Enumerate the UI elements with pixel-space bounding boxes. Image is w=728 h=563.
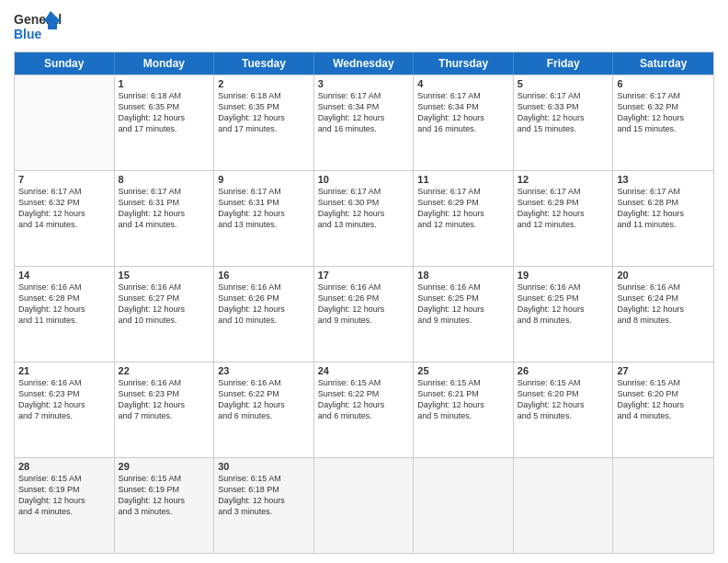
calendar-cell [414,458,514,553]
cell-info: Sunrise: 6:16 AMSunset: 6:25 PMDaylight:… [417,282,509,327]
calendar-cell: 8Sunrise: 6:17 AMSunset: 6:31 PMDaylight… [115,171,215,266]
calendar-cell: 19Sunrise: 6:16 AMSunset: 6:25 PMDayligh… [514,267,614,362]
cell-info: Sunrise: 6:18 AMSunset: 6:35 PMDaylight:… [218,90,310,135]
cell-date: 15 [119,270,210,281]
cell-date: 12 [518,174,609,185]
cell-date: 11 [417,174,509,185]
header: GeneralBlue [14,9,714,44]
day-header-saturday: Saturday [613,52,713,75]
cell-date: 21 [18,365,110,376]
calendar-cell: 2Sunrise: 6:18 AMSunset: 6:35 PMDaylight… [214,75,314,170]
calendar-cell [613,458,713,553]
cell-date: 10 [318,174,410,185]
calendar-cell: 10Sunrise: 6:17 AMSunset: 6:30 PMDayligh… [314,171,415,266]
cell-info: Sunrise: 6:16 AMSunset: 6:28 PMDaylight:… [18,282,110,327]
calendar-cell: 1Sunrise: 6:18 AMSunset: 6:35 PMDaylight… [115,75,215,170]
calendar-body: 1Sunrise: 6:18 AMSunset: 6:35 PMDaylight… [15,75,713,553]
day-header-sunday: Sunday [15,52,115,75]
cell-info: Sunrise: 6:15 AMSunset: 6:22 PMDaylight:… [318,377,410,422]
cell-info: Sunrise: 6:17 AMSunset: 6:29 PMDaylight:… [518,186,609,231]
calendar-cell [15,75,115,170]
day-header-friday: Friday [514,52,614,75]
calendar-cell: 17Sunrise: 6:16 AMSunset: 6:26 PMDayligh… [314,267,415,362]
calendar-cell: 25Sunrise: 6:15 AMSunset: 6:21 PMDayligh… [414,362,514,457]
cell-date: 29 [119,461,210,472]
cell-info: Sunrise: 6:15 AMSunset: 6:21 PMDaylight:… [417,377,509,422]
cell-info: Sunrise: 6:15 AMSunset: 6:19 PMDaylight:… [18,473,110,518]
day-headers: SundayMondayTuesdayWednesdayThursdayFrid… [15,52,713,75]
calendar-cell: 22Sunrise: 6:16 AMSunset: 6:23 PMDayligh… [115,362,215,457]
cell-info: Sunrise: 6:17 AMSunset: 6:29 PMDaylight:… [417,186,509,231]
cell-info: Sunrise: 6:16 AMSunset: 6:26 PMDaylight:… [218,282,310,327]
day-header-thursday: Thursday [414,52,514,75]
cell-date: 3 [318,78,410,89]
cell-info: Sunrise: 6:18 AMSunset: 6:35 PMDaylight:… [119,90,210,135]
calendar-cell: 27Sunrise: 6:15 AMSunset: 6:20 PMDayligh… [613,362,713,457]
cell-info: Sunrise: 6:16 AMSunset: 6:26 PMDaylight:… [318,282,410,327]
calendar-cell: 21Sunrise: 6:16 AMSunset: 6:23 PMDayligh… [15,362,115,457]
calendar-cell: 23Sunrise: 6:16 AMSunset: 6:22 PMDayligh… [214,362,314,457]
cell-info: Sunrise: 6:15 AMSunset: 6:19 PMDaylight:… [119,473,210,518]
calendar-cell: 7Sunrise: 6:17 AMSunset: 6:32 PMDaylight… [15,171,115,266]
calendar-row: 14Sunrise: 6:16 AMSunset: 6:28 PMDayligh… [15,266,713,362]
cell-date: 20 [617,270,710,281]
calendar-cell [514,458,614,553]
cell-info: Sunrise: 6:17 AMSunset: 6:32 PMDaylight:… [617,90,710,135]
cell-date: 16 [218,270,310,281]
cell-info: Sunrise: 6:15 AMSunset: 6:20 PMDaylight:… [518,377,609,422]
calendar-cell: 18Sunrise: 6:16 AMSunset: 6:25 PMDayligh… [414,267,514,362]
cell-info: Sunrise: 6:16 AMSunset: 6:22 PMDaylight:… [218,377,310,422]
cell-date: 22 [119,365,210,376]
cell-info: Sunrise: 6:17 AMSunset: 6:33 PMDaylight:… [518,90,609,135]
cell-date: 4 [417,78,509,89]
cell-date: 25 [417,365,509,376]
cell-date: 13 [617,174,710,185]
cell-date: 2 [218,78,310,89]
cell-date: 24 [318,365,410,376]
cell-info: Sunrise: 6:16 AMSunset: 6:27 PMDaylight:… [119,282,210,327]
cell-info: Sunrise: 6:15 AMSunset: 6:18 PMDaylight:… [218,473,310,518]
day-header-tuesday: Tuesday [214,52,314,75]
cell-date: 18 [417,270,509,281]
cell-info: Sunrise: 6:17 AMSunset: 6:31 PMDaylight:… [119,186,210,231]
calendar-cell: 3Sunrise: 6:17 AMSunset: 6:34 PMDaylight… [314,75,415,170]
calendar-cell: 9Sunrise: 6:17 AMSunset: 6:31 PMDaylight… [214,171,314,266]
cell-info: Sunrise: 6:15 AMSunset: 6:20 PMDaylight:… [617,377,710,422]
calendar-cell: 30Sunrise: 6:15 AMSunset: 6:18 PMDayligh… [214,458,314,553]
calendar-cell: 24Sunrise: 6:15 AMSunset: 6:22 PMDayligh… [314,362,415,457]
calendar-cell: 20Sunrise: 6:16 AMSunset: 6:24 PMDayligh… [613,267,713,362]
calendar-row: 7Sunrise: 6:17 AMSunset: 6:32 PMDaylight… [15,170,713,266]
cell-date: 6 [617,78,710,89]
calendar-row: 28Sunrise: 6:15 AMSunset: 6:19 PMDayligh… [15,457,713,553]
cell-date: 23 [218,365,310,376]
cell-info: Sunrise: 6:16 AMSunset: 6:25 PMDaylight:… [518,282,609,327]
cell-date: 14 [18,270,110,281]
calendar-cell: 5Sunrise: 6:17 AMSunset: 6:33 PMDaylight… [514,75,614,170]
calendar-cell: 4Sunrise: 6:17 AMSunset: 6:34 PMDaylight… [414,75,514,170]
cell-date: 9 [218,174,310,185]
cell-date: 28 [18,461,110,472]
cell-date: 17 [318,270,410,281]
calendar-cell: 16Sunrise: 6:16 AMSunset: 6:26 PMDayligh… [214,267,314,362]
cell-info: Sunrise: 6:17 AMSunset: 6:34 PMDaylight:… [318,90,410,135]
calendar-row: 1Sunrise: 6:18 AMSunset: 6:35 PMDaylight… [15,75,713,170]
calendar-cell: 28Sunrise: 6:15 AMSunset: 6:19 PMDayligh… [15,458,115,553]
day-header-monday: Monday [115,52,215,75]
cell-info: Sunrise: 6:17 AMSunset: 6:28 PMDaylight:… [617,186,710,231]
cell-info: Sunrise: 6:16 AMSunset: 6:24 PMDaylight:… [617,282,710,327]
svg-text:Blue: Blue [14,27,42,41]
calendar-cell: 15Sunrise: 6:16 AMSunset: 6:27 PMDayligh… [115,267,215,362]
logo: GeneralBlue [14,9,64,44]
cell-date: 7 [18,174,110,185]
cell-date: 8 [119,174,210,185]
calendar-row: 21Sunrise: 6:16 AMSunset: 6:23 PMDayligh… [15,362,713,457]
cell-info: Sunrise: 6:16 AMSunset: 6:23 PMDaylight:… [119,377,210,422]
cell-date: 27 [617,365,710,376]
cell-info: Sunrise: 6:16 AMSunset: 6:23 PMDaylight:… [18,377,110,422]
cell-info: Sunrise: 6:17 AMSunset: 6:30 PMDaylight:… [318,186,410,231]
cell-info: Sunrise: 6:17 AMSunset: 6:31 PMDaylight:… [218,186,310,231]
cell-date: 30 [218,461,310,472]
calendar-cell: 29Sunrise: 6:15 AMSunset: 6:19 PMDayligh… [115,458,215,553]
calendar-cell: 14Sunrise: 6:16 AMSunset: 6:28 PMDayligh… [15,267,115,362]
cell-date: 5 [518,78,609,89]
